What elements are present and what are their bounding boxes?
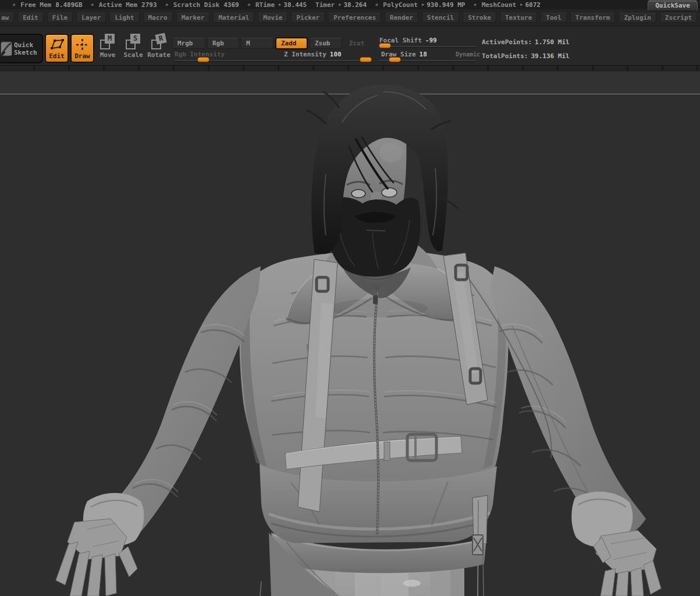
triangle-arrow-icon: ▶ (279, 2, 281, 7)
left-eye (351, 190, 365, 198)
rgb-button[interactable]: Rgb (207, 38, 239, 49)
scale-mode-label: Scale (121, 51, 145, 59)
menu-item[interactable]: Edit (17, 13, 44, 23)
menu-item[interactable]: File (47, 13, 73, 23)
status-item: ● MeshCount ▶ 6072 (474, 1, 541, 9)
rotate-icon: R (151, 34, 166, 49)
zipper-pull (373, 295, 378, 304)
z-intensity-label: Z Intensity100 (284, 51, 342, 58)
sculpted-character-render (0, 72, 700, 596)
menu-bar: aw Edit File Layer Light Macro Marker Ma… (0, 9, 700, 26)
status-item-label: PolyCount (383, 1, 418, 9)
m-button[interactable]: M (241, 38, 273, 49)
menu-item[interactable]: Macro (143, 13, 173, 23)
scale-mode-button[interactable]: S Scale (121, 34, 145, 63)
menu-item[interactable]: Stroke (463, 13, 496, 23)
move-mode-button[interactable]: M Move (95, 34, 120, 63)
rotate-mode-button[interactable]: R Rotate (147, 34, 171, 63)
brush-icon (1, 41, 12, 56)
edit-mode-label: Edit (46, 52, 67, 60)
zsub-button[interactable]: Zsub (310, 38, 342, 49)
bullet-separator-icon: ● (91, 2, 94, 7)
menu-item[interactable]: Layer (76, 13, 106, 23)
dynamic-mode-toggle[interactable]: Dynamic (456, 51, 480, 58)
top-shelf-toolbar: Quick Sketch Edit Draw M Move S Scale R (0, 26, 700, 65)
menu-item[interactable]: Picker (291, 13, 325, 23)
menu-item[interactable]: Render (385, 13, 418, 23)
bullet-separator-icon: ● (13, 2, 15, 7)
edit-mode-button[interactable]: Edit (45, 34, 69, 63)
shelf-divider-strip[interactable] (0, 65, 700, 72)
status-item-label: Active Mem (99, 1, 137, 9)
status-item: ● Scratch Disk ▶ 4369 (166, 1, 239, 9)
draw-mode-label: Draw (72, 52, 93, 60)
triangle-arrow-icon: ▶ (422, 2, 424, 7)
right-eye (382, 188, 397, 197)
status-item-value: 2793 (141, 1, 157, 9)
total-points-readout: TotalPoints:39.136 Mil (482, 52, 570, 60)
status-item-value: 38.264 (343, 1, 367, 9)
menu-item[interactable]: Zscript (660, 13, 697, 23)
draw-mode-button[interactable]: Draw (70, 34, 94, 63)
status-item-label: MeshCount (482, 1, 517, 9)
menu-item[interactable]: Texture (500, 13, 537, 23)
status-item-value: 6072 (525, 1, 541, 9)
edit-transform-icon (49, 38, 65, 52)
status-item-label: Timer (315, 1, 335, 9)
scale-icon: S (126, 34, 141, 49)
menu-item[interactable]: Marker (176, 13, 210, 23)
menu-item[interactable]: Preferences (328, 13, 381, 23)
status-item-label: Free Mem (20, 1, 51, 9)
status-bar: ● Free Mem ▶ 8.489GB ● Active Mem ▶ 2793… (0, 0, 700, 9)
z-intensity-slider-handle[interactable] (360, 57, 372, 62)
active-points-readout: ActivePoints:1.750 Mil (482, 38, 570, 46)
move-mode-label: Move (95, 51, 120, 59)
draw-crosshair-icon (74, 38, 90, 52)
status-item-value: 8.489GB (55, 1, 82, 9)
rgb-intensity-slider-handle[interactable] (197, 57, 209, 62)
draw-size-value: 18 (420, 51, 427, 58)
move-icon: M (100, 34, 115, 49)
quicksave-button[interactable]: QuickSave (648, 1, 698, 11)
status-item-value: 38.445 (283, 1, 307, 9)
draw-size-slider-handle[interactable] (389, 57, 401, 62)
status-item-value: 930.949 MP (427, 1, 465, 9)
focal-shift-slider-handle[interactable] (379, 43, 391, 48)
rotate-mode-label: Rotate (147, 51, 171, 59)
menu-items: aw Edit File Layer Light Macro Marker Ma… (0, 9, 700, 23)
menu-item[interactable]: Tool (541, 13, 567, 23)
zadd-button[interactable]: Zadd (275, 37, 308, 49)
menu-item[interactable]: Light (109, 13, 139, 23)
status-item: ● Timer ▶ 38.264 (315, 1, 367, 9)
menu-item[interactable]: Stencil (422, 13, 459, 23)
status-item: ● Active Mem ▶ 2793 (91, 1, 157, 9)
status-item: ● Free Mem ▶ 8.489GB (13, 1, 83, 9)
bullet-separator-icon: ● (166, 2, 168, 7)
triangle-arrow-icon: ▶ (520, 2, 523, 7)
rgb-intensity-slider[interactable] (175, 60, 291, 62)
status-item-label: RTime (255, 1, 275, 9)
menu-item[interactable]: Movie (258, 13, 287, 23)
menu-item[interactable]: Transform (570, 13, 616, 23)
status-item: ● RTime ▶ 38.445 (248, 1, 307, 9)
z-intensity-slider[interactable] (278, 60, 372, 62)
quick-sketch-button[interactable]: Quick Sketch (0, 34, 43, 63)
bullet-separator-icon: ● (248, 2, 250, 7)
mrgb-button[interactable]: Mrgb (172, 38, 205, 49)
status-item-value: 4369 (223, 1, 239, 9)
bullet-separator-icon: ● (375, 2, 378, 7)
menu-item[interactable]: aw (0, 13, 14, 23)
focal-shift-value: -99 (425, 37, 437, 44)
zcut-button: Zcut (344, 38, 373, 49)
draw-size-label: Draw Size18 (381, 51, 427, 58)
menu-item[interactable]: Zplugin (619, 13, 656, 23)
triangle-arrow-icon: ▶ (339, 2, 341, 7)
toolbar-divider (376, 33, 377, 65)
status-item-label: Scratch Disk (173, 1, 219, 9)
status-item: ● PolyCount ▶ 930.949 MP (375, 1, 465, 9)
quick-sketch-label: Quick Sketch (14, 41, 37, 56)
focal-shift-slider[interactable] (379, 46, 476, 48)
document-canvas[interactable] (0, 72, 700, 596)
z-intensity-value: 100 (330, 51, 342, 58)
menu-item[interactable]: Material (213, 13, 254, 23)
